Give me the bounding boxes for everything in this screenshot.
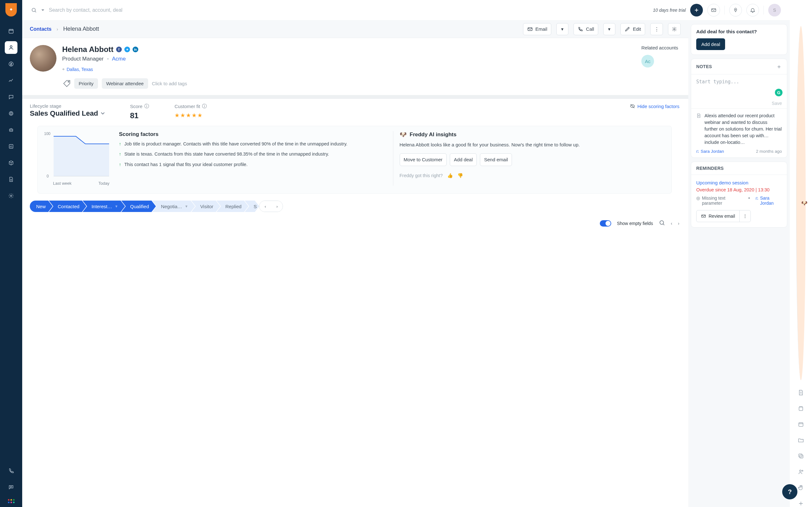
- stage-negotiation[interactable]: Negotia…▼: [152, 201, 195, 212]
- contact-company[interactable]: Acme: [112, 56, 125, 62]
- nav-settings[interactable]: [5, 189, 17, 202]
- nav-doc[interactable]: [5, 173, 17, 186]
- lifecycle-select[interactable]: Sales Qualified Lead: [30, 109, 105, 117]
- pin-icon: ⌖: [62, 66, 65, 72]
- svg-point-10: [32, 8, 36, 12]
- top-bar: 10 days free trial S: [22, 0, 440, 20]
- app-logo[interactable]: [5, 3, 17, 16]
- score-chart: 100 0 Last week Today: [44, 131, 111, 186]
- nav-reports[interactable]: [5, 140, 17, 153]
- lifecycle-stages: New Contacted Interest…▼ Qualified Negot…: [22, 193, 440, 212]
- search-icon[interactable]: [31, 7, 37, 13]
- nav-chat[interactable]: [5, 91, 17, 103]
- svg-point-7: [12, 130, 12, 130]
- svg-rect-0: [9, 30, 13, 33]
- scoring-heading: Scoring factors: [119, 131, 385, 137]
- search-scope-dropdown-icon[interactable]: [40, 7, 46, 13]
- facebook-icon[interactable]: f: [116, 47, 122, 52]
- svg-text:0: 0: [47, 174, 49, 178]
- fit-stars: ★★★★★: [174, 112, 207, 119]
- chart-x-left: Last week: [53, 181, 72, 186]
- stage-contacted[interactable]: Contacted: [49, 201, 86, 212]
- score-label: Score: [130, 104, 142, 109]
- nav-contacts[interactable]: [5, 41, 17, 54]
- svg-text:100: 100: [44, 131, 50, 136]
- up-arrow-icon: ↑: [119, 162, 121, 168]
- freddy-heading: Freddy AI insights: [410, 131, 441, 138]
- contact-avatar[interactable]: [30, 45, 56, 72]
- svg-point-9: [10, 195, 12, 197]
- svg-point-21: [68, 81, 69, 82]
- svg-point-6: [10, 130, 11, 130]
- twitter-icon[interactable]: ✦: [124, 47, 130, 52]
- info-icon[interactable]: ⓘ: [202, 103, 207, 109]
- factor-2: State is texas. Contacts from this state…: [124, 151, 329, 157]
- stage-visitor[interactable]: Visitor: [191, 201, 220, 212]
- stages-scroll-right[interactable]: ›: [271, 201, 283, 212]
- factor-3: This contact has 1 signal that fits your…: [124, 161, 247, 168]
- tag-webinar[interactable]: Webinar attendee: [102, 78, 148, 89]
- nav-deals[interactable]: [5, 58, 17, 70]
- nav-bot[interactable]: [5, 124, 17, 136]
- contact-name: Helena Abbott: [62, 45, 113, 54]
- lifecycle-label: Lifecycle stage: [30, 103, 105, 109]
- breadcrumb-current: Helena Abbott: [63, 26, 99, 32]
- freddy-pitch: Helena Abbott looks like a good fit for …: [400, 141, 441, 148]
- nav-analytics[interactable]: [5, 74, 17, 87]
- fit-label: Customer fit: [174, 104, 200, 109]
- stage-interest[interactable]: Interest…▼: [83, 201, 125, 212]
- nav-calendar[interactable]: [5, 25, 17, 38]
- tag-icon: [62, 79, 71, 88]
- svg-point-4: [10, 112, 12, 114]
- linkedin-icon[interactable]: in: [133, 47, 138, 52]
- left-nav-rail: [0, 0, 22, 275]
- tag-priority[interactable]: Priority: [74, 78, 98, 89]
- up-arrow-icon: ↑: [119, 152, 121, 157]
- info-icon[interactable]: ⓘ: [144, 103, 149, 109]
- breadcrumb-root[interactable]: Contacts: [30, 26, 51, 32]
- move-customer-button[interactable]: Move to Customer: [400, 153, 441, 166]
- stage-replied[interactable]: Replied: [217, 201, 249, 212]
- freddy-icon: 🐶: [400, 131, 407, 138]
- chevron-right-icon: ›: [56, 26, 58, 32]
- nav-package[interactable]: [5, 157, 17, 169]
- chart-x-right: Today: [98, 181, 109, 186]
- stage-new[interactable]: New: [30, 201, 53, 212]
- main-content: Helena Abbott f ✦ in Product Manager • A…: [22, 38, 440, 275]
- factor-1: Job title is product manager. Contacts w…: [124, 141, 347, 147]
- nav-goals[interactable]: [5, 107, 17, 120]
- breadcrumb-bar: Contacts › Helena Abbott Email ▾ Call ▾ …: [22, 20, 440, 38]
- up-arrow-icon: ↑: [119, 141, 121, 147]
- score-value: 81: [130, 111, 149, 120]
- stages-scroll-left[interactable]: ‹: [259, 201, 271, 212]
- svg-point-1: [10, 46, 12, 48]
- add-tag-input[interactable]: Click to add tags: [152, 81, 187, 86]
- svg-point-3: [9, 112, 13, 115]
- search-input[interactable]: [49, 7, 182, 13]
- freddy-feedback-q: Freddy got this right?: [400, 173, 441, 178]
- stage-qualified[interactable]: Qualified: [121, 201, 156, 212]
- contact-role: Product Manager: [62, 56, 103, 62]
- contact-location[interactable]: ⌖ Dallas, Texas: [62, 66, 440, 72]
